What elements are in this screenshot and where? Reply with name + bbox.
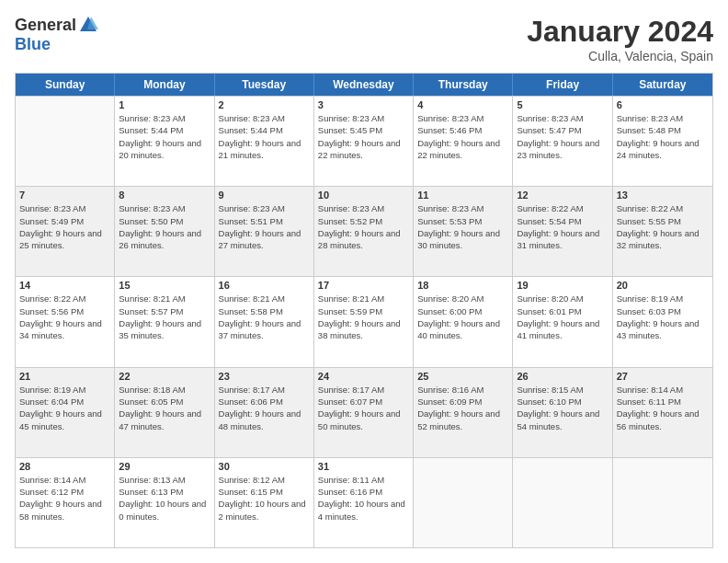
sunrise-text: Sunrise: 8:22 AM xyxy=(517,202,608,214)
sunrise-text: Sunrise: 8:13 AM xyxy=(119,474,210,486)
sunrise-text: Sunrise: 8:23 AM xyxy=(517,112,608,124)
calendar-cell-3: 3Sunrise: 8:23 AMSunset: 5:45 PMDaylight… xyxy=(314,97,414,186)
sunrise-text: Sunrise: 8:23 AM xyxy=(417,202,508,214)
day-number: 9 xyxy=(219,190,310,201)
sunset-text: Sunset: 5:44 PM xyxy=(219,124,310,136)
sunrise-text: Sunrise: 8:21 AM xyxy=(119,293,210,304)
day-number: 12 xyxy=(517,190,608,201)
sunset-text: Sunset: 5:51 PM xyxy=(219,215,310,227)
calendar-cell-8: 8Sunrise: 8:23 AMSunset: 5:50 PMDaylight… xyxy=(115,187,214,276)
sunrise-text: Sunrise: 8:23 AM xyxy=(219,112,310,124)
day-number: 14 xyxy=(19,280,110,291)
calendar-cell-10: 10Sunrise: 8:23 AMSunset: 5:52 PMDayligh… xyxy=(314,187,414,276)
title-area: January 2024 Culla, Valencia, Spain xyxy=(527,15,713,63)
day-number: 3 xyxy=(318,99,409,110)
sunset-text: Sunset: 6:12 PM xyxy=(19,486,110,498)
col-monday: Monday xyxy=(115,74,214,96)
day-number: 13 xyxy=(617,190,709,201)
sunrise-text: Sunrise: 8:23 AM xyxy=(119,202,210,214)
sunset-text: Sunset: 5:46 PM xyxy=(417,124,508,136)
sunrise-text: Sunrise: 8:23 AM xyxy=(417,112,508,124)
sunrise-text: Sunrise: 8:23 AM xyxy=(19,202,110,214)
day-number: 15 xyxy=(119,280,210,291)
sunrise-text: Sunrise: 8:14 AM xyxy=(617,384,709,396)
daylight-text: Daylight: 9 hours and 48 minutes. xyxy=(219,408,310,432)
calendar-cell-empty xyxy=(613,458,712,547)
calendar-cell-13: 13Sunrise: 8:22 AMSunset: 5:55 PMDayligh… xyxy=(613,187,712,276)
calendar-cell-9: 9Sunrise: 8:23 AMSunset: 5:51 PMDaylight… xyxy=(215,187,314,276)
sunset-text: Sunset: 6:11 PM xyxy=(617,396,709,408)
daylight-text: Daylight: 9 hours and 21 minutes. xyxy=(219,137,310,162)
logo-icon xyxy=(78,15,98,35)
daylight-text: Daylight: 9 hours and 56 minutes. xyxy=(617,408,709,432)
day-number: 7 xyxy=(19,190,110,201)
sunrise-text: Sunrise: 8:23 AM xyxy=(318,112,409,124)
daylight-text: Daylight: 9 hours and 41 minutes. xyxy=(517,317,608,342)
daylight-text: Daylight: 10 hours and 0 minutes. xyxy=(119,498,210,523)
col-tuesday: Tuesday xyxy=(215,74,314,96)
calendar-header-row: Sunday Monday Tuesday Wednesday Thursday… xyxy=(16,74,712,96)
day-number: 30 xyxy=(219,461,310,472)
day-number: 20 xyxy=(617,280,709,291)
sunrise-text: Sunrise: 8:17 AM xyxy=(318,384,409,396)
sunrise-text: Sunrise: 8:23 AM xyxy=(219,202,310,214)
sunset-text: Sunset: 6:05 PM xyxy=(119,396,210,408)
location: Culla, Valencia, Spain xyxy=(527,49,713,63)
col-saturday: Saturday xyxy=(613,74,712,96)
daylight-text: Daylight: 9 hours and 22 minutes. xyxy=(318,137,409,162)
sunset-text: Sunset: 5:44 PM xyxy=(119,124,210,136)
calendar-cell-6: 6Sunrise: 8:23 AMSunset: 5:48 PMDaylight… xyxy=(613,97,712,186)
calendar: Sunday Monday Tuesday Wednesday Thursday… xyxy=(15,73,713,548)
sunset-text: Sunset: 5:59 PM xyxy=(318,305,409,317)
sunset-text: Sunset: 6:03 PM xyxy=(617,305,709,317)
calendar-cell-1: 1Sunrise: 8:23 AMSunset: 5:44 PMDaylight… xyxy=(115,97,214,186)
calendar-body: 1Sunrise: 8:23 AMSunset: 5:44 PMDaylight… xyxy=(16,96,712,547)
daylight-text: Daylight: 10 hours and 4 minutes. xyxy=(318,498,409,523)
calendar-cell-31: 31Sunrise: 8:11 AMSunset: 6:16 PMDayligh… xyxy=(314,458,414,547)
sunset-text: Sunset: 5:55 PM xyxy=(617,215,709,227)
sunrise-text: Sunrise: 8:23 AM xyxy=(119,112,210,124)
day-number: 31 xyxy=(318,461,409,472)
sunrise-text: Sunrise: 8:19 AM xyxy=(617,293,709,304)
day-number: 27 xyxy=(617,371,709,382)
logo-blue-text: Blue xyxy=(15,35,51,54)
day-number: 18 xyxy=(417,280,508,291)
sunset-text: Sunset: 6:09 PM xyxy=(417,396,508,408)
header: General Blue January 2024 Culla, Valenci… xyxy=(15,15,713,63)
calendar-cell-17: 17Sunrise: 8:21 AMSunset: 5:59 PMDayligh… xyxy=(314,277,414,366)
calendar-cell-26: 26Sunrise: 8:15 AMSunset: 6:10 PMDayligh… xyxy=(513,368,612,457)
calendar-cell-11: 11Sunrise: 8:23 AMSunset: 5:53 PMDayligh… xyxy=(414,187,513,276)
sunset-text: Sunset: 5:52 PM xyxy=(318,215,409,227)
sunset-text: Sunset: 6:04 PM xyxy=(19,396,110,408)
sunset-text: Sunset: 6:15 PM xyxy=(219,486,310,498)
calendar-cell-12: 12Sunrise: 8:22 AMSunset: 5:54 PMDayligh… xyxy=(513,187,612,276)
sunrise-text: Sunrise: 8:23 AM xyxy=(617,112,709,124)
calendar-cell-5: 5Sunrise: 8:23 AMSunset: 5:47 PMDaylight… xyxy=(513,97,612,186)
calendar-week-1: 1Sunrise: 8:23 AMSunset: 5:44 PMDaylight… xyxy=(16,96,712,186)
sunset-text: Sunset: 6:00 PM xyxy=(417,305,508,317)
day-number: 17 xyxy=(318,280,409,291)
daylight-text: Daylight: 9 hours and 31 minutes. xyxy=(517,227,608,252)
day-number: 19 xyxy=(517,280,608,291)
calendar-week-4: 21Sunrise: 8:19 AMSunset: 6:04 PMDayligh… xyxy=(16,367,712,457)
day-number: 29 xyxy=(119,461,210,472)
daylight-text: Daylight: 9 hours and 58 minutes. xyxy=(19,498,110,523)
sunrise-text: Sunrise: 8:21 AM xyxy=(219,293,310,304)
calendar-cell-15: 15Sunrise: 8:21 AMSunset: 5:57 PMDayligh… xyxy=(115,277,214,366)
day-number: 16 xyxy=(219,280,310,291)
calendar-cell-4: 4Sunrise: 8:23 AMSunset: 5:46 PMDaylight… xyxy=(414,97,513,186)
sunset-text: Sunset: 5:47 PM xyxy=(517,124,608,136)
daylight-text: Daylight: 9 hours and 35 minutes. xyxy=(119,317,210,342)
daylight-text: Daylight: 9 hours and 28 minutes. xyxy=(318,227,409,252)
daylight-text: Daylight: 9 hours and 38 minutes. xyxy=(318,317,409,342)
daylight-text: Daylight: 9 hours and 40 minutes. xyxy=(417,317,508,342)
daylight-text: Daylight: 9 hours and 47 minutes. xyxy=(119,408,210,432)
sunrise-text: Sunrise: 8:15 AM xyxy=(517,384,608,396)
calendar-cell-25: 25Sunrise: 8:16 AMSunset: 6:09 PMDayligh… xyxy=(414,368,513,457)
daylight-text: Daylight: 9 hours and 50 minutes. xyxy=(318,408,409,432)
sunset-text: Sunset: 5:49 PM xyxy=(19,215,110,227)
day-number: 2 xyxy=(219,99,310,110)
sunrise-text: Sunrise: 8:23 AM xyxy=(318,202,409,214)
sunrise-text: Sunrise: 8:12 AM xyxy=(219,474,310,486)
sunrise-text: Sunrise: 8:18 AM xyxy=(119,384,210,396)
